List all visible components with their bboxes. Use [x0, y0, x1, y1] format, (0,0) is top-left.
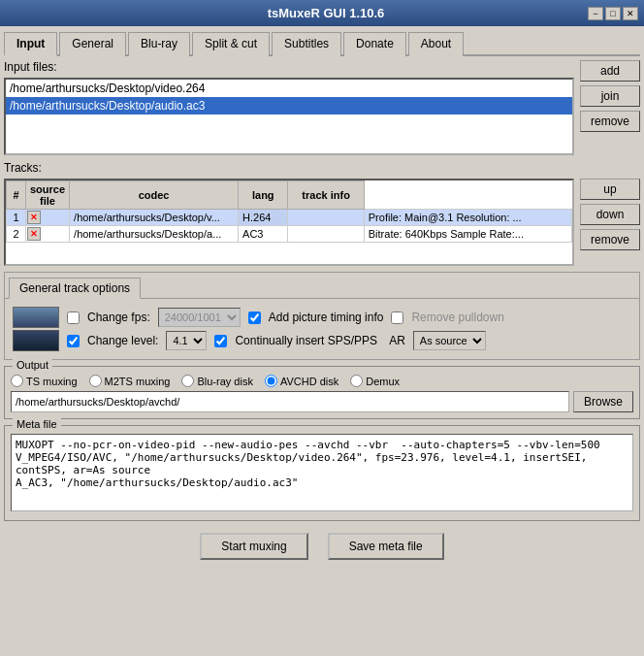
thumb-top [13, 307, 59, 328]
tab-subtitles[interactable]: Subtitles [272, 32, 341, 56]
col-lang: lang [239, 181, 288, 210]
demux-radio[interactable] [350, 375, 363, 387]
demux-label: Demux [366, 376, 400, 387]
minimize-button[interactable]: − [588, 7, 603, 20]
file-item-2[interactable]: /home/arthursucks/Desktop/audio.ac3 [6, 97, 572, 115]
meta-file-textarea[interactable]: MUXOPT --no-pcr-on-video-pid --new-audio… [11, 434, 633, 511]
bluray-radio[interactable] [181, 375, 194, 387]
main-window: Input General Blu-ray Split & cut Subtit… [0, 26, 644, 655]
fps-row: Change fps: 24000/1001 Add picture timin… [67, 308, 631, 327]
tracks-table: # source file codec lang track info 1 ✕ … [6, 180, 572, 243]
thumb-bottom [13, 330, 59, 351]
options-fields: Change fps: 24000/1001 Add picture timin… [67, 308, 631, 350]
avchd-radio[interactable] [265, 375, 277, 387]
title-bar: tsMuxeR GUI 1.10.6 − □ ✕ [0, 0, 644, 26]
output-path-row: Browse [11, 391, 633, 412]
bottom-buttons: Start muxing Save meta file [4, 527, 640, 566]
tracks-buttons: up down remove [580, 179, 640, 266]
track-2-remove[interactable]: ✕ [27, 227, 41, 241]
output-section: Output TS muxing M2TS muxing Blu-ray dis… [4, 366, 640, 419]
browse-button[interactable]: Browse [573, 391, 633, 412]
app-title: tsMuxeR GUI 1.10.6 [268, 6, 385, 20]
demux-option[interactable]: Demux [350, 375, 400, 387]
track-2-codec: AC3 [239, 226, 288, 243]
add-picture-timing-checkbox[interactable] [248, 312, 261, 324]
tab-bar: Input General Blu-ray Split & cut Subtit… [4, 30, 640, 56]
output-legend: Output [13, 359, 52, 371]
tab-bluray[interactable]: Blu-ray [128, 32, 190, 56]
track-thumbnail [13, 307, 59, 351]
general-track-options-panel: General track options Change fps: 2 [4, 272, 640, 360]
m2ts-muxing-option[interactable]: M2TS muxing [89, 375, 171, 387]
join-button[interactable]: join [580, 85, 640, 107]
save-meta-button[interactable]: Save meta file [328, 533, 444, 560]
track-1-lang [288, 210, 364, 226]
track-1-remove[interactable]: ✕ [27, 211, 41, 224]
ts-radio[interactable] [11, 375, 23, 387]
tab-donate[interactable]: Donate [343, 32, 406, 56]
track-1-codec: H.264 [239, 210, 288, 226]
add-button[interactable]: add [580, 60, 640, 82]
ts-label: TS muxing [26, 376, 78, 387]
tab-general[interactable]: General [59, 32, 126, 56]
general-track-options-label: General track options [19, 281, 130, 295]
output-path-input[interactable] [11, 391, 569, 412]
file-list[interactable]: /home/arthursucks/Desktop/video.264 /hom… [4, 78, 574, 155]
close-button[interactable]: ✕ [623, 7, 638, 20]
muxing-options-row: TS muxing M2TS muxing Blu-ray disk AVCHD… [11, 375, 633, 387]
meta-file-section: Meta file MUXOPT --no-pcr-on-video-pid -… [4, 425, 640, 521]
track-2-num: 2 [7, 226, 26, 243]
track-remove-button[interactable]: remove [580, 229, 640, 250]
ar-label: AR [389, 334, 405, 347]
change-fps-checkbox[interactable] [67, 312, 80, 324]
avchd-option[interactable]: AVCHD disk [265, 375, 338, 387]
tracks-label: Tracks: [4, 161, 640, 175]
tracks-section: Tracks: # source file codec lang track i… [4, 161, 640, 266]
tab-about[interactable]: About [408, 32, 464, 56]
track-row-1[interactable]: 1 ✕ /home/arthursucks/Desktop/v... H.264… [7, 210, 572, 226]
input-buttons: add join remove [580, 60, 640, 155]
ar-select[interactable]: As source [413, 331, 486, 350]
track-down-button[interactable]: down [580, 204, 640, 225]
track-2-info: Bitrate: 640Kbps Sample Rate:... [364, 226, 571, 243]
remove-pulldown-checkbox[interactable] [391, 312, 403, 324]
file-item-1[interactable]: /home/arthursucks/Desktop/video.264 [6, 80, 572, 97]
change-fps-label: Change fps: [87, 311, 150, 324]
level-row: Change level: 4.1 Continually insert SPS… [67, 331, 631, 350]
track-2-xbtn[interactable]: ✕ [26, 226, 70, 243]
input-file-area: Input files: /home/arthursucks/Desktop/v… [4, 60, 574, 155]
m2ts-label: M2TS muxing [105, 376, 171, 387]
tracks-table-wrapper: # source file codec lang track info 1 ✕ … [4, 179, 640, 266]
insert-sps-checkbox[interactable] [214, 335, 227, 347]
tab-splitcut[interactable]: Split & cut [192, 32, 270, 56]
bluray-option[interactable]: Blu-ray disk [181, 375, 252, 387]
ts-muxing-option[interactable]: TS muxing [11, 375, 78, 387]
bluray-label: Blu-ray disk [197, 376, 252, 387]
track-1-info: Profile: Main@3.1 Resolution: ... [364, 210, 571, 226]
maximize-button[interactable]: □ [605, 7, 621, 20]
change-level-checkbox[interactable] [67, 335, 80, 347]
level-select[interactable]: 4.1 [166, 331, 207, 350]
options-content: Change fps: 24000/1001 Add picture timin… [5, 298, 639, 359]
general-track-options-tab[interactable]: General track options [9, 278, 141, 299]
fps-select[interactable]: 24000/1001 [158, 308, 241, 327]
tracks-table-area[interactable]: # source file codec lang track info 1 ✕ … [4, 179, 574, 266]
col-num: # [7, 181, 26, 210]
options-area: Change fps: 24000/1001 Add picture timin… [13, 307, 631, 351]
change-level-label: Change level: [87, 334, 158, 347]
start-muxing-button[interactable]: Start muxing [200, 533, 307, 560]
input-files-label: Input files: [4, 60, 574, 74]
track-2-lang [288, 226, 364, 243]
m2ts-radio[interactable] [89, 375, 102, 387]
col-source: source file [26, 181, 70, 210]
col-codec: codec [70, 181, 239, 210]
add-picture-timing-label: Add picture timing info [269, 311, 384, 324]
input-files-section: Input files: /home/arthursucks/Desktop/v… [4, 60, 640, 155]
tab-input[interactable]: Input [4, 32, 57, 56]
remove-input-button[interactable]: remove [580, 111, 640, 132]
track-1-xbtn[interactable]: ✕ [26, 210, 70, 226]
remove-pulldown-label: Remove pulldown [411, 311, 503, 324]
track-1-num: 1 [7, 210, 26, 226]
track-up-button[interactable]: up [580, 179, 640, 200]
track-row-2[interactable]: 2 ✕ /home/arthursucks/Desktop/a... AC3 B… [7, 226, 572, 243]
